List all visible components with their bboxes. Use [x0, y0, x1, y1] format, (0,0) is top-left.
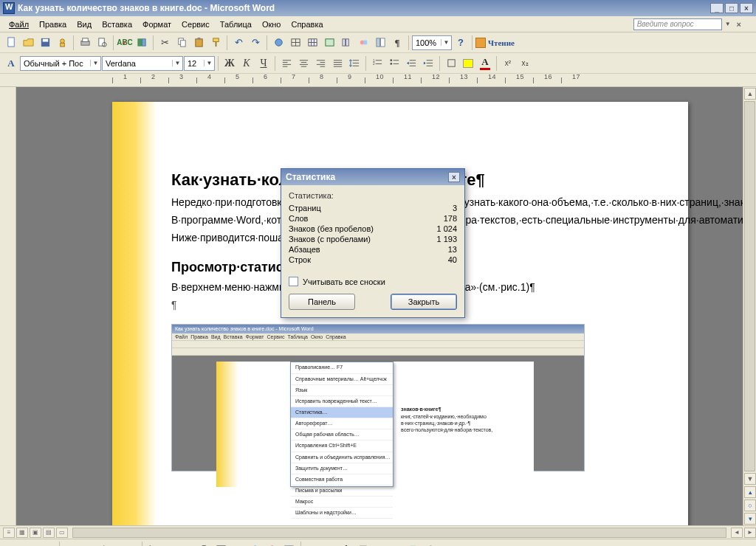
doc-map-button[interactable]: [372, 35, 388, 51]
read-mode-button[interactable]: Чтение: [475, 38, 515, 48]
font-size-combo[interactable]: 12▼: [184, 56, 215, 71]
save-button[interactable]: [37, 35, 53, 51]
web-view-button[interactable]: ▦: [16, 528, 28, 538]
spelling-button[interactable]: ABC✓: [117, 35, 133, 51]
h-scroll-track[interactable]: [72, 528, 726, 538]
research-button[interactable]: [134, 35, 150, 51]
underline-button[interactable]: Ч: [255, 55, 272, 72]
insert-excel-button[interactable]: [321, 35, 337, 51]
next-page-button[interactable]: ▾: [744, 513, 756, 525]
numbering-button[interactable]: 12: [369, 55, 385, 72]
horizontal-ruler[interactable]: 123 456 789 101112 131415 1617: [0, 74, 756, 87]
help-button[interactable]: ?: [453, 35, 469, 51]
insert-table-button[interactable]: [304, 35, 320, 51]
rectangle-button[interactable]: ▭: [179, 541, 196, 546]
zoom-combo[interactable]: 100%▼: [412, 35, 452, 50]
highlight-button[interactable]: [460, 55, 476, 72]
dialog-close-button[interactable]: ×: [448, 172, 460, 182]
menu-window[interactable]: Окно: [258, 19, 286, 30]
scroll-left-button[interactable]: ◄: [731, 528, 743, 538]
borders-button[interactable]: [443, 55, 459, 72]
menu-table[interactable]: Таблица: [216, 19, 256, 30]
menu-help[interactable]: Справка: [286, 19, 327, 30]
permission-button[interactable]: [54, 35, 70, 51]
columns-button[interactable]: [338, 35, 354, 51]
undo-button[interactable]: ↶: [230, 35, 247, 51]
chevron-down-icon[interactable]: ▼: [90, 60, 100, 66]
select-objects-button[interactable]: ↖: [63, 541, 79, 546]
fill-color-button[interactable]: [304, 541, 320, 546]
redo-button[interactable]: ↷: [247, 35, 264, 51]
menu-insert[interactable]: Вставка: [97, 19, 137, 30]
ask-question-input[interactable]: Введите вопрос: [633, 18, 722, 30]
arrow-style-button[interactable]: ⇄: [389, 541, 405, 546]
menu-format[interactable]: Формат: [138, 19, 176, 30]
tables-borders-button[interactable]: [287, 35, 303, 51]
line-color-button[interactable]: [321, 541, 337, 546]
dash-style-button[interactable]: ┄: [372, 541, 388, 546]
align-center-button[interactable]: [295, 55, 312, 72]
include-footnotes-checkbox[interactable]: Учитывать все сноски: [289, 277, 457, 286]
diagram-button[interactable]: [247, 541, 264, 546]
panel-button[interactable]: Панель: [289, 294, 355, 310]
outline-view-button[interactable]: ▤: [43, 528, 55, 538]
italic-button[interactable]: К: [238, 55, 255, 72]
new-doc-button[interactable]: [3, 35, 19, 51]
font-color-draw-button[interactable]: A: [338, 541, 354, 546]
minimize-button[interactable]: _: [710, 3, 724, 13]
print-button[interactable]: [77, 35, 93, 51]
vertical-ruler[interactable]: [0, 87, 16, 525]
open-button[interactable]: [20, 35, 36, 51]
chevron-down-icon[interactable]: ▼: [172, 60, 182, 66]
line-spacing-button[interactable]: [346, 55, 362, 72]
superscript-button[interactable]: x²: [500, 55, 516, 72]
format-painter-button[interactable]: [207, 35, 224, 51]
show-marks-button[interactable]: ¶: [389, 35, 405, 51]
close-button[interactable]: ×: [740, 3, 753, 13]
toolbar-close-icon[interactable]: ×: [734, 20, 744, 29]
hyperlink-button[interactable]: [270, 35, 286, 51]
prev-page-button[interactable]: ▴: [744, 486, 756, 498]
increase-indent-button[interactable]: [420, 55, 436, 72]
horizontal-scrollbar[interactable]: ≡ ▦ ▣ ▤ ▭ ◄ ►: [0, 525, 756, 539]
font-combo[interactable]: Verdana▼: [102, 56, 183, 71]
clipart-button[interactable]: [264, 541, 281, 546]
menu-view[interactable]: Вид: [72, 19, 96, 30]
align-justify-button[interactable]: [329, 55, 346, 72]
subscript-button[interactable]: x₂: [517, 55, 533, 72]
vertical-scrollbar[interactable]: ▲ ▼ ▴ ○ ▾: [743, 87, 756, 525]
dialog-titlebar[interactable]: Статистика ×: [281, 169, 464, 185]
print-preview-button[interactable]: [94, 35, 110, 51]
drawing-toolbar-button[interactable]: [355, 35, 371, 51]
ask-dropdown-icon[interactable]: ▼: [725, 21, 731, 27]
shadow-button[interactable]: [406, 541, 422, 546]
align-left-button[interactable]: [278, 55, 295, 72]
insert-picture-button[interactable]: [281, 541, 298, 546]
style-combo[interactable]: Обычный + Пос▼: [20, 56, 101, 71]
line-button[interactable]: ＼: [145, 541, 162, 546]
reading-view-button[interactable]: ▭: [56, 528, 68, 538]
browse-object-button[interactable]: ○: [744, 500, 756, 511]
decrease-indent-button[interactable]: [403, 55, 419, 72]
chevron-down-icon[interactable]: ▼: [441, 39, 451, 46]
checkbox-icon[interactable]: [289, 277, 298, 286]
close-dialog-button[interactable]: Закрыть: [391, 294, 457, 310]
styles-pane-button[interactable]: A: [3, 55, 19, 72]
font-color-button[interactable]: A: [477, 55, 493, 72]
menu-tools[interactable]: Сервис: [177, 19, 214, 30]
maximize-button[interactable]: □: [725, 3, 738, 13]
menu-edit[interactable]: Правка: [35, 19, 71, 30]
bold-button[interactable]: Ж: [221, 55, 238, 72]
bullets-button[interactable]: [386, 55, 402, 72]
menu-file[interactable]: Файл: [4, 19, 33, 30]
scroll-thumb[interactable]: [744, 101, 755, 471]
scroll-up-button[interactable]: ▲: [744, 88, 756, 100]
oval-button[interactable]: ◯: [196, 541, 213, 546]
print-layout-button[interactable]: ▣: [30, 528, 41, 538]
line-style-button[interactable]: ☰: [355, 541, 371, 546]
align-right-button[interactable]: [312, 55, 329, 72]
normal-view-button[interactable]: ≡: [3, 528, 15, 538]
scroll-down-button[interactable]: ▼: [744, 473, 756, 485]
paste-button[interactable]: [190, 35, 207, 51]
arrow-button[interactable]: ↘: [162, 541, 179, 546]
